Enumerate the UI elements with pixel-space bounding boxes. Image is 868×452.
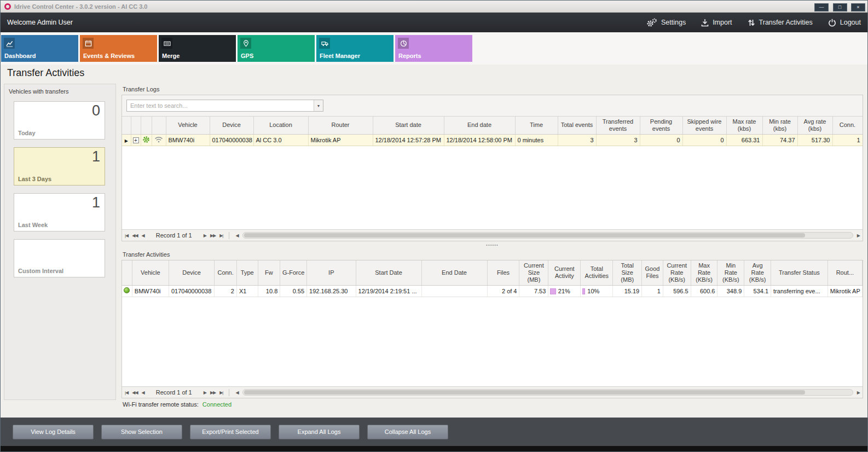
table-cell[interactable]: 017040000038 [169, 285, 214, 297]
column-header[interactable]: Router [308, 117, 373, 134]
table-cell[interactable]: 12/19/2014 2:19:51 ... [356, 285, 421, 297]
nav-next-page-icon[interactable]: ▶▶ [210, 390, 216, 395]
table-cell[interactable]: 10.8 [258, 285, 280, 297]
table-cell[interactable]: 0 minutes [515, 134, 558, 146]
column-header[interactable]: IP [307, 260, 356, 285]
column-header[interactable]: Rout... [828, 260, 862, 285]
tab-merge[interactable]: Merge [159, 35, 236, 62]
tab-reports[interactable]: Reports [395, 35, 472, 62]
column-header[interactable]: Files [487, 260, 519, 285]
table-cell[interactable]: 15.19 [613, 285, 642, 297]
column-header[interactable]: Vehicle [166, 117, 210, 134]
tab-gps[interactable]: GPS [238, 35, 315, 62]
column-header[interactable] [122, 117, 131, 134]
transfer-activities-button[interactable]: Transfer Activities [748, 19, 813, 27]
search-input[interactable] [127, 100, 314, 111]
column-header[interactable]: Current Size (MB) [519, 260, 548, 285]
column-header[interactable]: Current Rate (KB/s) [663, 260, 691, 285]
column-header[interactable]: Good Files [642, 260, 663, 285]
column-header[interactable]: Total Size (MB) [613, 260, 642, 285]
table-cell[interactable]: 517.30 [797, 134, 832, 146]
column-header[interactable]: Avg rate (kbs) [797, 117, 832, 134]
table-cell[interactable]: 1 [832, 134, 863, 146]
card-custom-interval[interactable]: Custom Interval [14, 239, 105, 277]
nav-prev-page-icon[interactable]: ◀◀ [132, 390, 137, 395]
table-cell[interactable]: 0 [640, 134, 682, 146]
table-cell[interactable]: Al CC 3.0 [253, 134, 308, 146]
tab-dashboard[interactable]: Dashboard [1, 35, 78, 62]
table-cell[interactable] [421, 285, 487, 297]
expand-plus-icon[interactable]: + [133, 137, 139, 143]
column-header[interactable]: Avg Rate (KB/s) [744, 260, 771, 285]
column-header[interactable] [152, 117, 166, 134]
logout-button[interactable]: Logout [828, 19, 861, 27]
column-header[interactable]: Min Rate (KB/s) [717, 260, 744, 285]
minimize-button[interactable]: — [814, 3, 829, 11]
horizontal-scrollbar[interactable] [242, 232, 853, 239]
column-header[interactable]: Start Date [356, 260, 421, 285]
table-cell[interactable]: 596.5 [663, 285, 691, 297]
column-header[interactable] [131, 117, 141, 134]
table-cell[interactable]: 348.9 [717, 285, 744, 297]
column-header[interactable]: Time [515, 117, 558, 134]
table-cell[interactable]: ▶ [122, 134, 131, 146]
scroll-right-icon[interactable]: ▶ [857, 390, 860, 395]
nav-next-icon[interactable]: ▶ [204, 390, 206, 395]
column-header[interactable]: End Date [421, 260, 487, 285]
table-cell[interactable]: 017040000038 [210, 134, 253, 146]
horizontal-scrollbar[interactable] [242, 389, 853, 396]
scrollbar-thumb[interactable] [244, 390, 805, 395]
show-selection-button[interactable]: Show Selection [101, 425, 182, 439]
table-cell[interactable]: 0.55 [280, 285, 307, 297]
table-cell[interactable]: 2 [215, 285, 237, 297]
scroll-right-icon[interactable]: ▶ [857, 233, 860, 238]
table-cell[interactable]: Mikrotik AP [828, 285, 862, 297]
table-cell[interactable] [152, 134, 166, 146]
table-cell[interactable]: 7.53 [519, 285, 548, 297]
column-header[interactable]: Total Activities [581, 260, 613, 285]
column-header[interactable] [141, 117, 152, 134]
row-expander-icon[interactable]: ▶ [125, 138, 128, 143]
maximize-button[interactable]: □ [833, 3, 847, 11]
column-header[interactable]: Transferred events [596, 117, 640, 134]
nav-prev-icon[interactable]: ◀ [142, 390, 144, 395]
table-cell[interactable]: BMW740i [132, 285, 169, 297]
table-row[interactable]: BMW740i0170400000382X110.80.55192.168.25… [122, 285, 863, 297]
card-today[interactable]: 0 Today [14, 101, 105, 140]
column-header[interactable]: Device [210, 117, 253, 134]
export-print-selected-button[interactable]: Export/Print Selected [190, 425, 271, 439]
panel-splitter[interactable]: •••••• [120, 241, 864, 249]
column-header[interactable]: Fw [258, 260, 280, 285]
table-cell[interactable]: 663.31 [726, 134, 762, 146]
column-header[interactable]: Start date [373, 117, 444, 134]
table-row[interactable]: ▶+BMW740i017040000038Al CC 3.0Mikrotik A… [122, 134, 863, 146]
table-cell[interactable]: 10% [581, 285, 613, 297]
view-log-details-button[interactable]: View Log Details [13, 425, 94, 439]
nav-last-icon[interactable]: ▶| [219, 390, 223, 395]
column-header[interactable]: Location [253, 117, 308, 134]
nav-prev-page-icon[interactable]: ◀◀ [132, 233, 137, 238]
column-header[interactable]: Conn. [832, 117, 863, 134]
table-cell[interactable]: 1 [642, 285, 663, 297]
column-header[interactable]: Max rate (kbs) [726, 117, 762, 134]
nav-first-icon[interactable]: |◀ [125, 233, 128, 238]
table-cell[interactable] [141, 134, 152, 146]
column-header[interactable]: G-Force [280, 260, 307, 285]
dropdown-arrow-icon[interactable]: ▼ [314, 100, 323, 111]
table-cell[interactable]: 21% [548, 285, 581, 297]
nav-first-icon[interactable]: |◀ [125, 390, 128, 395]
card-last-week[interactable]: 1 Last Week [14, 193, 105, 231]
tab-events-reviews[interactable]: Events & Reviews [80, 35, 157, 62]
column-header[interactable] [122, 260, 132, 285]
nav-prev-icon[interactable]: ◀ [142, 233, 144, 238]
table-cell[interactable]: 0 [682, 134, 726, 146]
column-header[interactable]: Skipped wire events [682, 117, 726, 134]
scroll-left-icon[interactable]: ◀ [235, 233, 238, 238]
import-button[interactable]: Import [701, 19, 732, 27]
search-combo[interactable]: ▼ [126, 100, 323, 112]
table-cell[interactable] [122, 285, 132, 297]
nav-next-icon[interactable]: ▶ [204, 233, 206, 238]
column-header[interactable]: Max Rate (KB/s) [691, 260, 717, 285]
table-cell[interactable]: 12/18/2014 12:58:00 PM [444, 134, 515, 146]
table-cell[interactable]: transferring eve... [771, 285, 828, 297]
